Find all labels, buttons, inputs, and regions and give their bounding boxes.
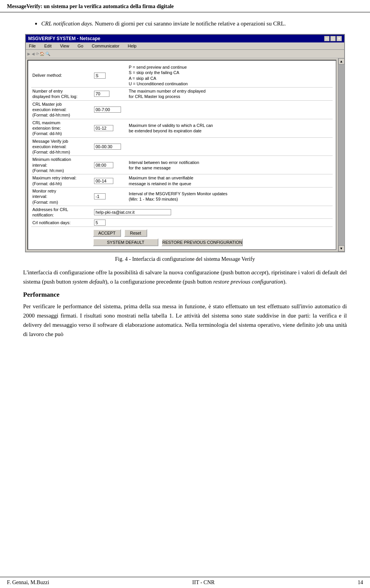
- form-row-msgverify-job: Message Verify jobexecution interval:(Fo…: [31, 137, 333, 156]
- ns-titlebar-buttons: – □ ×: [324, 36, 342, 41]
- form-input-min-notification[interactable]: [94, 162, 113, 168]
- form-desc-min-notification: Interval between two error notificationf…: [128, 156, 333, 174]
- form-label-monitor-retry: Monitor retryinterval:(Format: mm): [31, 187, 93, 206]
- ns-scroll-down-button[interactable]: ▼: [338, 245, 345, 252]
- bullet-dot: •: [35, 19, 37, 29]
- form-input-cell-crl-master-job: [93, 100, 128, 119]
- ns-menu-help[interactable]: Help: [126, 43, 138, 49]
- ns-maximize-button[interactable]: □: [330, 36, 336, 41]
- form-input-cell-min-notification: [93, 156, 128, 174]
- form-input-cell-crl-max-extension: [93, 119, 128, 137]
- footer-page-number: 14: [358, 580, 363, 586]
- ns-toolbar: ▶ ◀ ⟳ 🏠 🔍: [26, 50, 344, 58]
- fig-caption: Fig. 4 - Interfaccia di configurazione d…: [23, 256, 347, 262]
- form-desc-entry-number: The maximum number of entry displayedfor…: [128, 88, 333, 101]
- netscape-window: MSGVERIFY SYSTEM - Netscape – □ × File E…: [25, 34, 345, 252]
- accept-button[interactable]: ACCEPT: [93, 229, 121, 237]
- reset-button[interactable]: Reset: [124, 229, 147, 237]
- ns-close-button[interactable]: ×: [336, 36, 342, 41]
- form-input-cell-crl-days: [93, 219, 128, 227]
- form-row-crl-addresses: Addresses for CRLnotification:: [31, 206, 333, 219]
- ns-titlebar: MSGVERIFY SYSTEM - Netscape – □ ×: [26, 35, 344, 42]
- form-row-entry-number: Number of entrydisplayed from CRL log: T…: [31, 88, 333, 101]
- form-row-monitor-retry: Monitor retryinterval:(Format: mm) Inter…: [31, 187, 333, 206]
- ns-scroll-track: [338, 64, 345, 245]
- ns-body: Deliver method: P = send preview and con…: [27, 60, 336, 250]
- form-label-max-retry: Maximum retry interval:(Format: dd-hh): [31, 174, 93, 188]
- form-row-min-notification: Minimum notificationinterval:(Format: hh…: [31, 156, 333, 174]
- performance-heading: Performance: [23, 291, 347, 299]
- page-header: MessageVerify: un sistema per la verific…: [0, 0, 370, 12]
- bullet-description: Numero di giorni per cui saranno inviate…: [95, 20, 286, 27]
- form-input-cell-deliver-method: [93, 64, 128, 88]
- para1-text: L'interfaccia di configurazione offre la…: [23, 269, 347, 285]
- form-input-max-retry[interactable]: [94, 178, 113, 184]
- ns-scroll-up-button[interactable]: ▲: [338, 58, 345, 64]
- form-label-msgverify-job: Message Verify jobexecution interval:(Fo…: [31, 137, 93, 156]
- form-label-min-notification: Minimum notificationinterval:(Format: hh…: [31, 156, 93, 174]
- ns-titlebar-text: MSGVERIFY SYSTEM - Netscape: [28, 36, 100, 41]
- para2-text: Per verificare le performance del sistem…: [23, 303, 347, 337]
- ns-menubar: File Edit View Go Communicator Help: [26, 42, 344, 50]
- restore-previous-button[interactable]: RESTORE PREVIOUS CONFIGURATION: [161, 238, 243, 246]
- para1: L'interfaccia di configurazione offre la…: [23, 268, 347, 286]
- ns-menu-file[interactable]: File: [27, 43, 37, 49]
- bullet-text: CRL notification days. Numero di giorni …: [41, 19, 286, 28]
- form-desc-crl-days: [128, 219, 333, 227]
- footer-organization: IIT - CNR: [192, 580, 215, 586]
- form-input-cell-crl-addresses: [93, 206, 333, 219]
- form-buttons-row2: SYSTEM DEFAULT RESTORE PREVIOUS CONFIGUR…: [31, 238, 333, 246]
- main-content: • CRL notification days. Numero di giorn…: [0, 12, 370, 350]
- form-desc-max-retry: Maximum time that an unverifiablemessage…: [128, 174, 333, 188]
- form-buttons-row1: ACCEPT Reset: [31, 229, 333, 237]
- form-input-cell-max-retry: [93, 174, 128, 188]
- form-input-msgverify-job[interactable]: [94, 144, 121, 150]
- bullet-section: • CRL notification days. Numero di giorn…: [23, 19, 347, 29]
- bullet-item: • CRL notification days. Numero di giorn…: [35, 19, 347, 29]
- form-row-max-retry: Maximum retry interval:(Format: dd-hh) M…: [31, 174, 333, 188]
- para2: Per verificare le performance del sistem…: [23, 302, 347, 339]
- system-default-button[interactable]: SYSTEM DEFAULT: [93, 238, 158, 246]
- form-input-cell-msgverify-job: [93, 137, 128, 156]
- netscape-window-container: MSGVERIFY SYSTEM - Netscape – □ × File E…: [23, 34, 347, 252]
- page-header-title: MessageVerify: un sistema per la verific…: [7, 3, 174, 9]
- form-desc-crl-max-extension: Maximum time of validity to which a CRL …: [128, 119, 333, 137]
- form-row-deliver-method: Deliver method: P = send preview and con…: [31, 64, 333, 88]
- form-label-deliver-method: Deliver method:: [31, 64, 93, 88]
- footer-author: F. Gennai, M.Buzzi: [7, 580, 49, 586]
- form-desc-msgverify-job: [128, 137, 333, 156]
- ns-menu-go[interactable]: Go: [76, 43, 85, 49]
- form-input-cell-entry-number: [93, 88, 128, 101]
- form-row-crl-max-extension: CRL maximumextension time:(Format: dd-hh…: [31, 119, 333, 137]
- form-table: Deliver method: P = send preview and con…: [31, 64, 333, 227]
- form-row-crl-master-job: CRL Master jobexecution interval:(Format…: [31, 100, 333, 119]
- ns-menu-view[interactable]: View: [59, 43, 71, 49]
- ns-minimize-button[interactable]: –: [324, 36, 330, 41]
- form-label-crl-days: Crl notification days:: [31, 219, 93, 227]
- form-label-crl-max-extension: CRL maximumextension time:(Format: dd-hh…: [31, 119, 93, 137]
- ns-menu-communicator[interactable]: Communicator: [90, 43, 121, 49]
- form-label-crl-addresses: Addresses for CRLnotification:: [31, 206, 93, 219]
- form-input-monitor-retry[interactable]: [94, 193, 106, 199]
- form-desc-deliver-method: P = send preview and continue S = skip o…: [128, 64, 333, 88]
- ns-window-body-wrapper: Deliver method: P = send preview and con…: [26, 58, 344, 252]
- form-input-crl-addresses[interactable]: [94, 209, 171, 215]
- form-input-crl-master-job[interactable]: [94, 106, 121, 113]
- form-input-entry-number[interactable]: [94, 91, 109, 97]
- ns-menu-edit[interactable]: Edit: [43, 43, 53, 49]
- bullet-label: CRL notification days.: [41, 20, 93, 27]
- form-input-deliver-method[interactable]: [94, 73, 106, 79]
- form-desc-crl-master-job: [128, 100, 333, 119]
- ns-toolbar-content: ▶ ◀ ⟳ 🏠 🔍: [27, 52, 50, 56]
- form-desc-monitor-retry: Interval of the MSGVERIFY System Monitor…: [128, 187, 333, 206]
- form-label-entry-number: Number of entrydisplayed from CRL log:: [31, 88, 93, 101]
- form-row-crl-days: Crl notification days:: [31, 219, 333, 227]
- form-input-cell-monitor-retry: [93, 187, 128, 206]
- form-input-crl-max-extension[interactable]: [94, 125, 113, 131]
- form-label-crl-master-job: CRL Master jobexecution interval:(Format…: [31, 100, 93, 119]
- ns-scrollbar: ▲ ▼: [338, 58, 344, 252]
- page-footer: F. Gennai, M.Buzzi IIT - CNR 14: [0, 577, 370, 588]
- form-input-crl-days[interactable]: [94, 220, 106, 226]
